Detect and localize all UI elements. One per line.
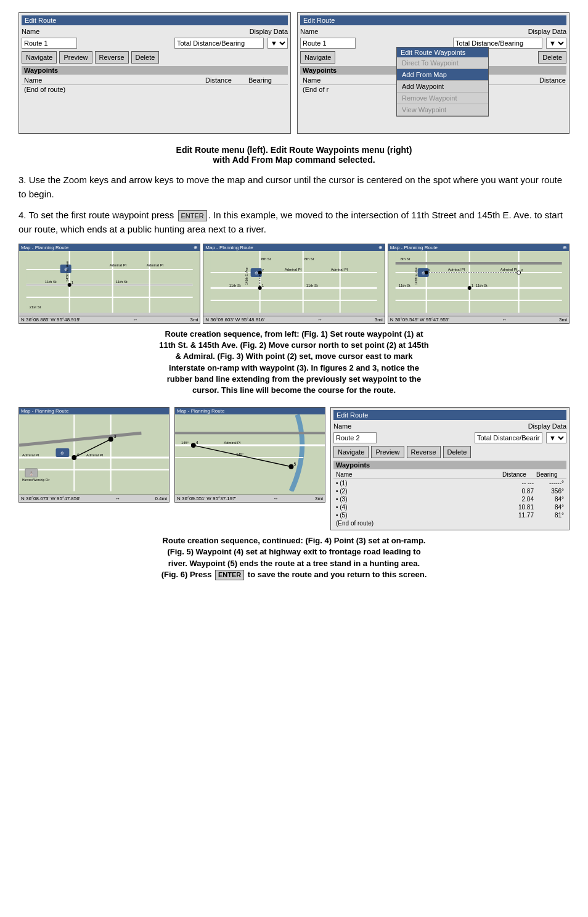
display-label-bottom: Display Data — [528, 422, 566, 430]
panels-container: Edit Route Name Display Data ▼ Navigate … — [18, 12, 570, 134]
add-waypoint-item[interactable]: Add Waypoint — [397, 81, 488, 93]
name-label-left: Name — [22, 28, 45, 35]
edit-route-panel-left: Edit Route Name Display Data ▼ Navigate … — [18, 12, 291, 134]
waypoints-header-left: Waypoints — [22, 66, 288, 75]
caption3-l1: Route creation sequence, continued: (Fig… — [18, 535, 570, 546]
button-row-left: Navigate Preview Reverse Delete — [22, 51, 288, 64]
map5-title-bar: Map - Planning Route — [175, 408, 325, 414]
svg-text:⊕: ⊕ — [255, 271, 258, 275]
enter-key-caption: ENTER — [215, 570, 244, 580]
name-label-bottom: Name — [333, 422, 351, 430]
navigate-btn-left[interactable]: Navigate — [22, 51, 57, 64]
svg-text:8th St: 8th St — [400, 257, 410, 261]
edit-route-waypoints-dropdown: Edit Route Waypoints Direct To Waypoint … — [396, 47, 489, 117]
map2-title-bar: Map - Planning Route ⊕ — [203, 244, 384, 251]
svg-text:21st St: 21st St — [30, 305, 41, 309]
map-fig3: Map - Planning Route ⊕ ⊕ 11th St 11t — [388, 244, 570, 324]
caption1-line1: Edit Route menu (left). Edit Route Waypo… — [18, 145, 570, 155]
map3-coords: N 36°09.549' W 95°47.953' — [390, 317, 449, 323]
map5-status: N 36°09.551' W 95°37.197' ↔ 3mi — [175, 495, 325, 502]
direct-to-waypoint-item[interactable]: Direct To Waypoint — [397, 57, 488, 69]
map2-content: 8th St 8th St ⊕ 11th St 11th St Admiral … — [203, 251, 384, 313]
navigate-btn-right[interactable]: Navigate — [300, 51, 335, 64]
map4-title: Map - Planning Route — [21, 408, 68, 414]
svg-text:5: 5 — [293, 462, 296, 466]
map5-svg: 145° 145° 5 Admiral Pl 4 — [175, 414, 325, 491]
svg-text:11th St: 11th St — [45, 280, 57, 284]
svg-text:11th St: 11th St — [229, 284, 241, 287]
map1-scale: 3mi — [190, 317, 198, 323]
map4-coords: N 36°08.673' W 95°47.856' — [21, 496, 80, 501]
delete-btn-left[interactable]: Delete — [131, 51, 160, 64]
remove-waypoint-item[interactable]: Remove Waypoint — [397, 93, 488, 104]
name-input-right[interactable] — [300, 38, 356, 49]
svg-text:Admiral Pl: Admiral Pl — [447, 268, 464, 271]
panel-title-right: Edit Route — [300, 15, 566, 25]
map5-scale: 3mi — [315, 496, 323, 501]
map2-status: N 36°09.603' W 95°48.816' ↔ 3mi — [203, 316, 384, 323]
caption3-l3: river. Waypoint (5) ends the route at a … — [18, 558, 570, 569]
add-from-map-item[interactable]: Add From Map — [397, 69, 488, 81]
caption2-l1: Route creation sequence, from left: (Fig… — [18, 329, 570, 340]
display-input-bottom[interactable] — [475, 432, 542, 443]
caption3-l4: (Fig. 6) Press ENTER to save the route a… — [18, 569, 570, 580]
map4-scale: 0.4mi — [155, 496, 167, 501]
display-select-right[interactable]: ▼ — [546, 38, 566, 49]
delete-btn-bottom[interactable]: Delete — [443, 446, 472, 458]
svg-text:145th E. Ave: 145th E. Ave — [414, 268, 417, 285]
svg-text:11th St: 11th St — [398, 284, 410, 287]
svg-text:Admiral Pl: Admiral Pl — [500, 268, 517, 271]
map3-title-bar: Map - Planning Route ⊕ — [388, 244, 569, 251]
name-input-left[interactable] — [22, 38, 77, 49]
map5-title: Map - Planning Route — [177, 408, 224, 414]
btn-row-bottom: Navigate Preview Reverse Delete — [333, 446, 566, 458]
svg-text:145°: 145° — [181, 441, 189, 445]
col-bearing-left: Bearing — [248, 76, 285, 84]
waypoint-row-left-0: (End of route) — [22, 85, 288, 94]
map-fig2: Map - Planning Route ⊕ 8th St 8th St ⊕ — [203, 244, 385, 324]
top-maps-row: Map - Planning Route ⊕ ⊕ 11th St — [18, 244, 570, 324]
preview-btn-bottom[interactable]: Preview — [371, 446, 404, 458]
wp-row-4: • (4) 10.81 84° — [333, 503, 566, 511]
bottom-row: Map - Planning Route ⊕ Admiral Pl Admira… — [18, 407, 570, 530]
wp-row-1: • (1) -- --- ------° — [333, 479, 566, 487]
name-input-bottom[interactable] — [333, 432, 377, 443]
map1-status: N 36°08.885' W 95°48.919' ↔ 3mi — [19, 316, 200, 323]
display-label-right: Display Data — [528, 28, 566, 35]
svg-text:Admiral Pl: Admiral Pl — [331, 268, 348, 271]
col-name-left: Name — [24, 76, 205, 84]
view-waypoint-item[interactable]: View Waypoint — [397, 104, 488, 116]
svg-text:8th St: 8th St — [261, 257, 271, 261]
wp-row-2: • (2) 0.87 356° — [333, 487, 566, 495]
display-input-left[interactable] — [174, 38, 264, 49]
map2-scale: 3mi — [375, 317, 383, 323]
svg-text:⊕: ⊕ — [60, 451, 64, 455]
map4-title-bar: Map - Planning Route — [19, 408, 169, 414]
waypoints-cols-left: Name Distance Bearing — [22, 76, 288, 85]
reverse-btn-bottom[interactable]: Reverse — [407, 446, 441, 458]
svg-point-75 — [108, 437, 113, 442]
wp-row-end: (End of route) — [333, 519, 566, 527]
preview-btn-left[interactable]: Preview — [59, 51, 92, 64]
map3-status: N 36°09.549' W 95°47.953' ↔ 3mi — [388, 316, 569, 323]
svg-text:⛪: ⛪ — [29, 471, 34, 476]
display-select-bottom[interactable]: ▼ — [546, 432, 566, 443]
svg-text:145th E. Ave: 145th E. Ave — [245, 268, 248, 285]
svg-text:Admiral Pl: Admiral Pl — [110, 263, 126, 267]
caption2-l5: rubber band line extending from the prev… — [18, 374, 570, 385]
svg-text:Admiral Pl: Admiral Pl — [147, 263, 163, 267]
map2-title: Map - Planning Route — [205, 245, 253, 250]
svg-text:11th St: 11th St — [306, 284, 318, 287]
reverse-btn-left[interactable]: Reverse — [95, 51, 129, 64]
delete-btn-right[interactable]: Delete — [538, 51, 566, 64]
svg-text:Admiral Pl: Admiral Pl — [285, 268, 301, 271]
display-select-left[interactable]: ▼ — [267, 38, 288, 49]
svg-rect-39 — [395, 251, 561, 313]
dropdown-title: Edit Route Waypoints — [397, 47, 488, 57]
map-fig4: Map - Planning Route ⊕ Admiral Pl Admira… — [18, 407, 169, 503]
caption2-l3: & Admiral. (Fig. 3) With point (2) set, … — [18, 351, 570, 362]
panel-title-left: Edit Route — [22, 15, 288, 25]
enter-key-inline: ENTER — [178, 210, 207, 222]
navigate-btn-bottom[interactable]: Navigate — [333, 446, 369, 458]
wp-row-3: • (3) 2.04 84° — [333, 495, 566, 503]
